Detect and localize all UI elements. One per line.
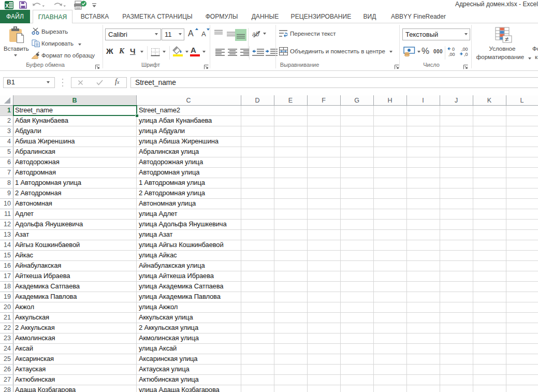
svg-text:,00: ,00	[448, 52, 455, 57]
svg-text:,00: ,00	[461, 47, 468, 52]
svg-text:≠: ≠	[505, 35, 508, 43]
svg-text:X: X	[5, 3, 9, 9]
svg-text:,0: ,0	[464, 52, 468, 57]
svg-text:0: 0	[452, 47, 455, 52]
